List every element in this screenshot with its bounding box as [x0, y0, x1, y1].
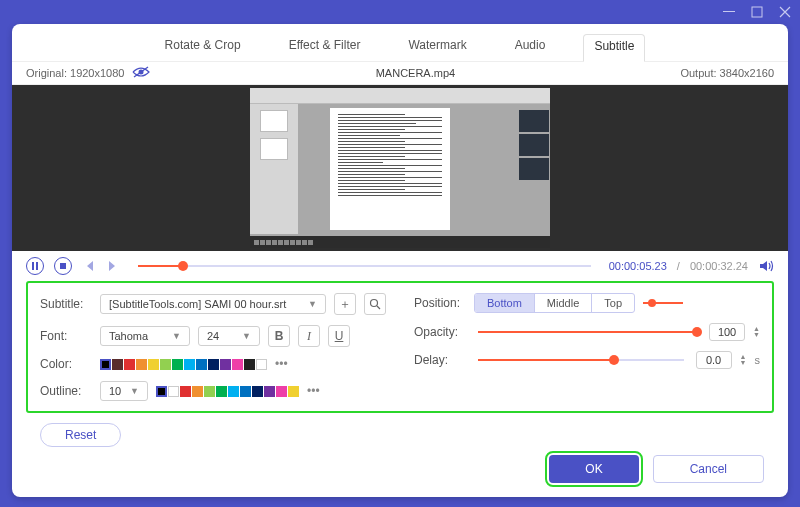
color-swatch[interactable]: [192, 386, 203, 397]
color-swatch[interactable]: [180, 386, 191, 397]
outline-size-value: 10: [109, 385, 121, 397]
tab-audio[interactable]: Audio: [505, 34, 556, 61]
color-swatch[interactable]: [232, 359, 243, 370]
delay-slider[interactable]: [478, 359, 684, 361]
outline-size-dropdown[interactable]: 10▼: [100, 381, 148, 401]
color-swatch[interactable]: [172, 359, 183, 370]
subtitle-label: Subtitle:: [40, 297, 92, 311]
playback-bar: 00:00:05.23/00:00:32.24: [12, 251, 788, 281]
time-total: 00:00:32.24: [690, 260, 748, 272]
position-offset-slider[interactable]: [643, 302, 683, 304]
position-top[interactable]: Top: [592, 294, 634, 312]
font-name-dropdown[interactable]: Tahoma▼: [100, 326, 190, 346]
color-swatch[interactable]: [288, 386, 299, 397]
svg-point-7: [371, 300, 378, 307]
svg-line-8: [377, 306, 380, 309]
position-bottom[interactable]: Bottom: [475, 294, 535, 312]
outline-swatches: [156, 386, 299, 397]
color-swatch[interactable]: [240, 386, 251, 397]
chevron-down-icon: ▼: [242, 331, 251, 341]
color-swatch[interactable]: [208, 359, 219, 370]
italic-button[interactable]: I: [298, 325, 320, 347]
color-swatch[interactable]: [160, 359, 171, 370]
preview-toggle-icon[interactable]: [132, 66, 150, 80]
video-frame: [250, 88, 550, 248]
more-colors-button[interactable]: •••: [275, 357, 291, 371]
delay-label: Delay:: [414, 353, 466, 367]
color-swatch[interactable]: [184, 359, 195, 370]
chevron-down-icon: ▼: [172, 331, 181, 341]
color-swatch[interactable]: [136, 359, 147, 370]
info-bar: Original: 1920x1080 MANCERA.mp4 Output: …: [12, 62, 788, 85]
delay-value[interactable]: 0.0: [696, 351, 732, 369]
time-current: 00:00:05.23: [609, 260, 667, 272]
position-label: Position:: [414, 296, 466, 310]
delay-spinner[interactable]: ▲▼: [740, 354, 747, 366]
underline-button[interactable]: U: [328, 325, 350, 347]
position-middle[interactable]: Middle: [535, 294, 592, 312]
pause-button[interactable]: [26, 257, 44, 275]
svg-rect-0: [723, 11, 735, 12]
volume-icon[interactable]: [758, 258, 774, 274]
font-name-value: Tahoma: [109, 330, 148, 342]
outline-label: Outline:: [40, 384, 92, 398]
color-swatch[interactable]: [100, 359, 111, 370]
color-swatch[interactable]: [276, 386, 287, 397]
color-swatch[interactable]: [216, 386, 227, 397]
color-swatch[interactable]: [228, 386, 239, 397]
reset-button[interactable]: Reset: [40, 423, 121, 447]
more-outline-colors-button[interactable]: •••: [307, 384, 323, 398]
font-size-dropdown[interactable]: 24▼: [198, 326, 260, 346]
opacity-slider[interactable]: [478, 331, 697, 333]
opacity-spinner[interactable]: ▲▼: [753, 326, 760, 338]
color-swatch[interactable]: [244, 359, 255, 370]
color-swatch[interactable]: [112, 359, 123, 370]
output-resolution: Output: 3840x2160: [680, 67, 774, 79]
color-swatch[interactable]: [168, 386, 179, 397]
timeline-slider[interactable]: [138, 265, 591, 267]
tab-subtitle[interactable]: Subtitle: [583, 34, 645, 62]
color-swatch[interactable]: [196, 359, 207, 370]
color-swatch[interactable]: [264, 386, 275, 397]
add-subtitle-button[interactable]: ＋: [334, 293, 356, 315]
svg-rect-4: [32, 262, 34, 270]
panel-right: Position: Bottom Middle Top Opacity: 100…: [414, 293, 760, 401]
next-frame-button[interactable]: [106, 259, 120, 273]
tab-effect-filter[interactable]: Effect & Filter: [279, 34, 371, 61]
tab-watermark[interactable]: Watermark: [398, 34, 476, 61]
color-swatch[interactable]: [124, 359, 135, 370]
chevron-down-icon: ▼: [130, 386, 139, 396]
font-label: Font:: [40, 329, 92, 343]
color-swatch[interactable]: [252, 386, 263, 397]
time-sep: /: [677, 260, 680, 272]
opacity-value[interactable]: 100: [709, 323, 745, 341]
color-swatch[interactable]: [148, 359, 159, 370]
panel-left: Subtitle: [SubtitleTools.com] SAMI 00 ho…: [40, 293, 386, 401]
delay-unit: s: [755, 354, 761, 366]
color-swatch[interactable]: [256, 359, 267, 370]
bold-button[interactable]: B: [268, 325, 290, 347]
original-resolution: Original: 1920x1080: [26, 67, 124, 79]
prev-frame-button[interactable]: [82, 259, 96, 273]
color-swatches: [100, 359, 267, 370]
color-swatch[interactable]: [204, 386, 215, 397]
ok-button[interactable]: OK: [549, 455, 638, 483]
minimize-icon[interactable]: [722, 5, 736, 19]
color-swatch[interactable]: [220, 359, 231, 370]
subtitle-file-dropdown[interactable]: [SubtitleTools.com] SAMI 00 hour.srt ▼: [100, 294, 326, 314]
tab-rotate-crop[interactable]: Rotate & Crop: [155, 34, 251, 61]
svg-rect-6: [60, 263, 66, 269]
close-icon[interactable]: [778, 5, 792, 19]
svg-rect-5: [36, 262, 38, 270]
search-subtitle-button[interactable]: [364, 293, 386, 315]
color-swatch[interactable]: [156, 386, 167, 397]
filename: MANCERA.mp4: [150, 67, 680, 79]
svg-rect-1: [752, 7, 762, 17]
subtitle-file-value: [SubtitleTools.com] SAMI 00 hour.srt: [109, 298, 286, 310]
cancel-button[interactable]: Cancel: [653, 455, 764, 483]
dialog-footer: OK Cancel: [12, 447, 788, 497]
stop-button[interactable]: [54, 257, 72, 275]
chevron-down-icon: ▼: [308, 299, 317, 309]
color-label: Color:: [40, 357, 92, 371]
maximize-icon[interactable]: [750, 5, 764, 19]
